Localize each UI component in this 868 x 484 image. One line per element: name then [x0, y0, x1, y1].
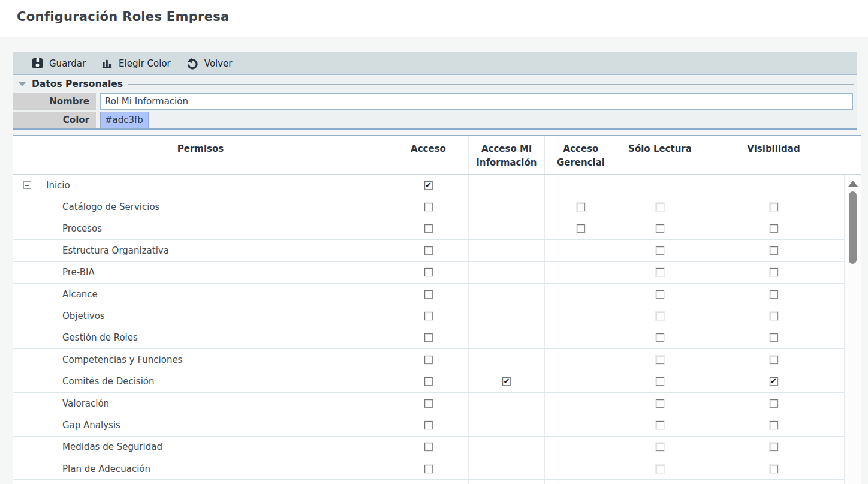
cell-visibilidad — [703, 175, 844, 196]
permission-label: Medidas de Seguridad — [62, 441, 162, 452]
checkbox-solo-lectura[interactable] — [656, 290, 664, 299]
cell-solo-lectura — [617, 371, 703, 392]
checkbox-solo-lectura[interactable] — [656, 377, 664, 386]
table-row: Estructura Organizativa — [13, 240, 844, 261]
checkbox-visibilidad[interactable] — [770, 399, 778, 408]
checkbox-acceso[interactable] — [424, 443, 433, 451]
checkbox-acceso[interactable] — [424, 246, 433, 255]
checkbox-solo-lectura[interactable] — [656, 333, 664, 342]
checkbox-solo-lectura[interactable] — [656, 246, 664, 255]
checkbox-acceso[interactable] — [424, 465, 433, 473]
cell-acceso — [388, 240, 469, 261]
cell-acceso-mi-informacion — [469, 175, 545, 196]
vertical-scrollbar[interactable] — [844, 175, 861, 484]
save-button[interactable]: Guardar — [24, 52, 94, 74]
permission-label: Estructura Organizativa — [62, 245, 169, 256]
cell-acceso-mi-informacion — [469, 414, 545, 435]
checkbox-visibilidad[interactable] — [770, 356, 778, 364]
checkbox-solo-lectura[interactable] — [656, 312, 664, 320]
cell-solo-lectura — [617, 305, 703, 326]
table-row: Procesos — [13, 218, 844, 240]
checkbox-solo-lectura[interactable] — [656, 224, 664, 233]
checkbox-acceso[interactable] — [424, 356, 433, 364]
checkbox-acceso[interactable] — [424, 224, 433, 233]
section-title: Datos Personales — [32, 79, 123, 89]
checkbox-acceso-gerencial[interactable] — [577, 224, 585, 233]
checkbox-acceso[interactable] — [424, 203, 433, 211]
cell-solo-lectura — [617, 437, 703, 458]
checkbox-acceso[interactable] — [424, 268, 433, 276]
checkbox-visibilidad[interactable] — [770, 443, 778, 451]
checkbox-acceso-checked[interactable]: ✔ — [424, 181, 433, 190]
choose-color-button-label: Elegir Color — [119, 58, 171, 69]
permission-label: Procesos — [62, 223, 102, 234]
collapse-section-icon[interactable] — [19, 82, 26, 86]
permission-label-cell: Alcance — [13, 284, 388, 305]
header-solo-lectura: Sólo Lectura — [617, 136, 703, 174]
cell-partial — [388, 480, 469, 484]
cell-acceso-mi-informacion — [469, 393, 545, 414]
checkbox-visibilidad[interactable] — [770, 312, 778, 320]
checkbox-solo-lectura[interactable] — [656, 203, 664, 211]
cell-visibilidad — [703, 393, 844, 414]
checkbox-acceso[interactable] — [424, 377, 433, 386]
checkbox-acceso[interactable] — [424, 333, 433, 342]
checkbox-visibilidad[interactable] — [770, 465, 778, 473]
cell-visibilidad — [703, 196, 844, 217]
cell-acceso-mi-informacion — [469, 284, 545, 305]
table-row-partial — [13, 480, 844, 484]
toolbar: Guardar Elegir Color Volver — [13, 52, 857, 75]
scroll-up-icon[interactable] — [848, 181, 858, 187]
checkbox-solo-lectura[interactable] — [656, 399, 664, 408]
collapse-node-toggle[interactable] — [23, 181, 31, 189]
nombre-field-row: Nombre — [13, 93, 857, 110]
screen: Configuración Roles Empresa Guardar — [0, 0, 868, 484]
checkbox-visibilidad[interactable] — [770, 421, 778, 429]
table-row: Comités de Decisión✔✔ — [13, 371, 844, 393]
permission-label: Comités de Decisión — [62, 376, 155, 387]
cell-solo-lectura — [617, 218, 703, 239]
checkbox-visibilidad[interactable] — [770, 224, 778, 233]
permission-label-cell: Procesos — [13, 218, 388, 239]
permission-label: Catálogo de Servicios — [62, 202, 159, 212]
cell-visibilidad — [703, 305, 844, 326]
scrollbar-thumb[interactable] — [849, 191, 857, 264]
checkbox-solo-lectura[interactable] — [656, 421, 664, 429]
checkbox-acceso-mi-informacion-checked[interactable]: ✔ — [502, 377, 511, 386]
checkbox-visibilidad[interactable] — [770, 246, 778, 255]
personal-data-panel: Datos Personales Nombre Color #adc3fb — [13, 75, 857, 130]
cell-visibilidad — [703, 458, 844, 479]
cell-acceso — [388, 414, 469, 435]
cell-partial — [469, 480, 545, 484]
checkbox-visibilidad[interactable] — [770, 203, 778, 211]
page-title: Configuración Roles Empresa — [17, 10, 229, 24]
checkbox-solo-lectura[interactable] — [656, 356, 664, 364]
checkbox-solo-lectura[interactable] — [656, 268, 664, 276]
checkbox-visibilidad[interactable] — [770, 290, 778, 299]
table-row: Objetivos — [13, 305, 844, 327]
checkbox-acceso[interactable] — [424, 290, 433, 299]
cell-partial — [703, 480, 844, 484]
header-acceso-gerencial: Acceso Gerencial — [545, 136, 617, 174]
table-row: Valoración — [13, 393, 844, 414]
checkbox-acceso[interactable] — [424, 312, 433, 320]
cell-acceso — [388, 458, 469, 479]
checkbox-acceso[interactable] — [424, 399, 433, 408]
nombre-input[interactable] — [100, 93, 853, 110]
panel-legend: Datos Personales — [13, 75, 857, 93]
checkbox-acceso[interactable] — [424, 421, 433, 429]
cell-acceso-gerencial — [545, 218, 617, 239]
back-button[interactable]: Volver — [179, 52, 240, 74]
checkbox-visibilidad-checked[interactable]: ✔ — [770, 377, 778, 386]
checkbox-solo-lectura[interactable] — [656, 443, 664, 451]
cell-acceso-gerencial — [545, 371, 617, 392]
checkbox-visibilidad[interactable] — [770, 268, 778, 276]
cell-acceso-gerencial — [545, 349, 617, 370]
checkbox-visibilidad[interactable] — [770, 333, 778, 342]
checkbox-solo-lectura[interactable] — [656, 465, 664, 473]
color-swatch[interactable]: #adc3fb — [100, 112, 149, 128]
choose-color-button[interactable]: Elegir Color — [94, 52, 179, 74]
cell-acceso-mi-informacion — [469, 349, 545, 370]
table-row: Pre-BIA — [13, 262, 844, 284]
checkbox-acceso-gerencial[interactable] — [577, 203, 585, 211]
